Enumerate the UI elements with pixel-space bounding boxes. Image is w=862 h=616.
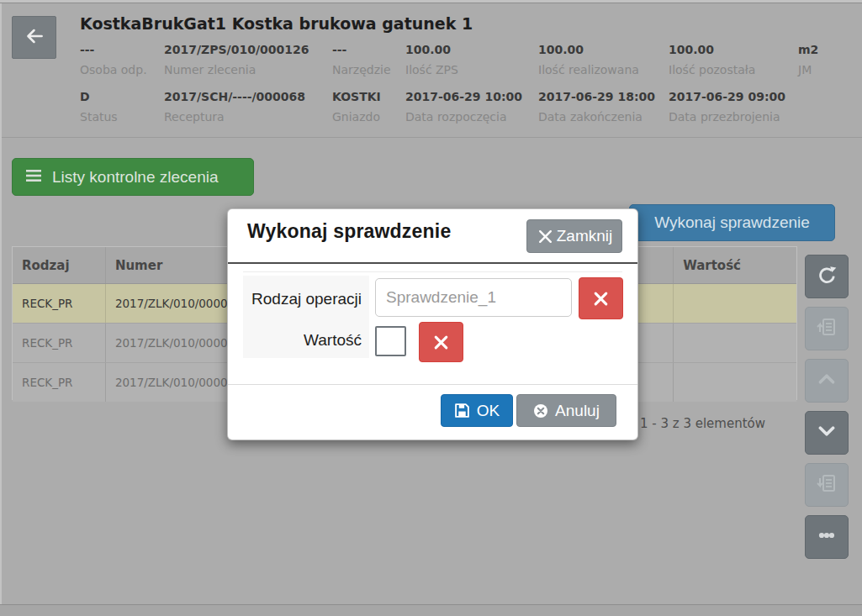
- chevron-down-icon: [816, 420, 838, 445]
- field-data-zakonczenia-label: Data zakończenia: [538, 110, 643, 124]
- form-top-divider: [243, 271, 622, 272]
- field-numer-zlecenia-value: 2017/ZPS/010/000126: [164, 43, 309, 56]
- field-narzedzie-value: ---: [332, 43, 346, 56]
- cell-rodzaj: RECK_PR: [13, 284, 106, 323]
- field-data-przezbrojenia-value: 2017-06-29 09:00: [669, 90, 785, 103]
- field-jm-value: m2: [798, 43, 818, 56]
- clear-operation-type-button[interactable]: [579, 277, 623, 319]
- field-receptura-value: 2017/SCH/----/000068: [164, 90, 305, 103]
- dialog-footer-divider: [228, 384, 637, 385]
- document-up-button[interactable]: [805, 307, 849, 350]
- clear-value-button[interactable]: [419, 322, 463, 362]
- back-button[interactable]: [12, 16, 56, 59]
- field-status-value: D: [80, 90, 90, 103]
- field-data-zakonczenia-value: 2017-06-29 18:00: [538, 90, 655, 103]
- more-options-button[interactable]: [805, 515, 849, 559]
- field-receptura-label: Receptura: [164, 110, 225, 124]
- ok-button[interactable]: OK: [441, 394, 513, 427]
- save-icon: [454, 403, 470, 419]
- document-down-icon: [815, 471, 838, 498]
- field-ilosc-realizowana-value: 100.00: [538, 43, 584, 56]
- cancel-button[interactable]: Anuluj: [516, 394, 616, 427]
- field-ilosc-pozostala-value: 100.00: [669, 43, 714, 56]
- cell-wartosc: [674, 324, 796, 362]
- cell-rodzaj: RECK_PR: [13, 324, 106, 362]
- operation-type-label: Rodzaj operacji: [243, 276, 369, 322]
- field-jm-label: JM: [798, 63, 812, 76]
- field-ilosc-pozostala-label: Ilość pozostała: [669, 63, 755, 76]
- column-header-rodzaj[interactable]: Rodzaj: [13, 247, 106, 283]
- perform-check-button[interactable]: Wykonaj sprawdzenie: [629, 204, 835, 241]
- footer-bar: [0, 604, 862, 616]
- close-icon: [537, 228, 554, 245]
- refresh-button[interactable]: [805, 255, 849, 298]
- ok-button-label: OK: [477, 402, 500, 420]
- field-data-rozpoczecia-label: Data rozpoczęcia: [405, 110, 507, 124]
- move-up-button[interactable]: [805, 359, 849, 403]
- field-osoba-odp-label: Osoba odp.: [80, 63, 147, 76]
- column-header-wartosc[interactable]: Wartość: [674, 247, 796, 283]
- field-ilosc-realizowana-label: Ilość realizowana: [538, 63, 639, 76]
- operation-type-input[interactable]: [375, 278, 572, 317]
- field-ilosc-zps-value: 100.00: [405, 43, 451, 56]
- value-input[interactable]: [375, 326, 406, 356]
- chevron-up-icon: [816, 368, 838, 393]
- ellipsis-icon: [815, 524, 838, 550]
- page-title: KostkaBrukGat1 Kostka brukowa gatunek 1: [80, 14, 473, 33]
- checklists-button-label: Listy kontrolne zlecenia: [52, 168, 219, 187]
- dialog-title: Wykonaj sprawdzenie: [247, 220, 451, 243]
- cancel-button-label: Anuluj: [555, 402, 600, 420]
- field-osoba-odp-value: ---: [80, 43, 94, 56]
- field-numer-zlecenia-label: Numer zlecenia: [164, 63, 256, 76]
- checklists-button[interactable]: Listy kontrolne zlecenia: [12, 158, 254, 196]
- close-dialog-button[interactable]: Zamknij: [526, 219, 622, 253]
- dialog-header-divider: [228, 262, 637, 264]
- field-status-label: Status: [80, 110, 118, 124]
- cell-rodzaj: RECK_PR: [13, 363, 106, 402]
- cell-wartosc: [674, 363, 796, 402]
- move-down-button[interactable]: [805, 411, 849, 455]
- field-data-przezbrojenia-label: Data przezbrojenia: [669, 110, 780, 124]
- x-icon: [591, 289, 611, 308]
- order-header-panel: KostkaBrukGat1 Kostka brukowa gatunek 1 …: [2, 3, 862, 138]
- value-label: Wartość: [243, 322, 369, 358]
- x-icon: [431, 333, 451, 352]
- perform-check-dialog: Wykonaj sprawdzenie Zamknij Rodzaj opera…: [227, 208, 638, 440]
- close-dialog-button-label: Zamknij: [557, 227, 613, 245]
- field-gniazdo-label: Gniazdo: [332, 110, 380, 124]
- arrow-left-icon: [23, 24, 46, 51]
- field-gniazdo-value: KOSTKI: [332, 90, 381, 103]
- field-ilosc-zps-label: Ilość ZPS: [405, 63, 458, 76]
- document-up-icon: [815, 315, 838, 342]
- field-narzedzie-label: Narzędzie: [332, 63, 391, 76]
- document-down-button[interactable]: [805, 463, 849, 507]
- cell-wartosc: [674, 284, 796, 323]
- refresh-icon: [816, 264, 838, 290]
- perform-check-button-label: Wykonaj sprawdzenie: [654, 213, 810, 232]
- hamburger-icon: [25, 169, 42, 186]
- ban-circle-icon: [533, 403, 548, 419]
- field-data-rozpoczecia-value: 2017-06-29 10:00: [405, 90, 522, 103]
